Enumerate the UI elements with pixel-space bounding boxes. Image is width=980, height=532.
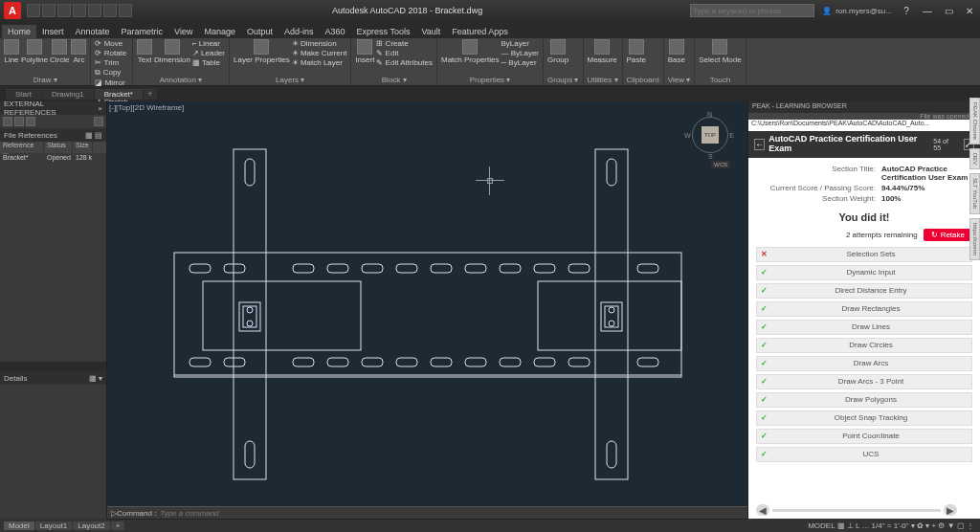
layout2-tab[interactable]: Layout2 [73, 521, 109, 530]
result-item[interactable]: ✓Point Coordinate [756, 429, 972, 444]
ribbon-small-button[interactable]: ✂ Trim [95, 58, 128, 67]
result-item[interactable]: ✕Selection Sets [756, 247, 972, 262]
side-tab[interactable]: https://comm [969, 218, 980, 260]
result-item[interactable]: ✓Draw Polygons [756, 392, 972, 408]
expand-icon[interactable]: ▦ ▾ [89, 374, 102, 383]
scrubber[interactable]: ◀ ▶ [756, 503, 957, 517]
lb-path[interactable]: C:\Users\Ron\Documents\PEAK\AutoCAD\Auto… [748, 120, 980, 131]
ribbon-small-button[interactable]: ☀ Match Layer [292, 58, 347, 67]
ribbon-small-button[interactable]: ⌐ Linear [192, 39, 225, 48]
ribbon-tab-output[interactable]: Output [241, 25, 278, 38]
view-icons[interactable]: ▦ ▤ [85, 131, 102, 140]
command-line[interactable]: ▷ Command : Type a command [107, 506, 747, 520]
result-item[interactable]: ✓Direct Distance Entry [756, 283, 972, 299]
ribbon-button[interactable]: Text [137, 39, 152, 64]
side-tab[interactable]: PEAK Chrome [969, 98, 980, 144]
doc-tab-bracket[interactable]: Bracket* [95, 89, 143, 100]
close-button[interactable]: ✕ [963, 5, 976, 16]
ribbon-small-button[interactable]: ⟳ Move [95, 39, 128, 48]
result-item[interactable]: ✓Draw Rectangles [756, 301, 972, 317]
ribbon-small-button[interactable]: ⟳ Rotate [95, 49, 128, 57]
ribbon-panel-title[interactable]: Layers ▾ [234, 75, 346, 84]
ribbon-button[interactable]: Group [547, 39, 568, 64]
ribbon-button[interactable]: Paste [627, 39, 646, 64]
ribbon-button[interactable]: Dimension [154, 39, 190, 64]
ribbon-panel-title[interactable]: Clipboard [627, 75, 659, 84]
qat-icon[interactable] [27, 4, 40, 17]
retake-button[interactable]: ↻Retake [924, 229, 972, 241]
ribbon-tab-view[interactable]: View [168, 25, 198, 38]
tool-icon[interactable] [3, 117, 12, 126]
ribbon-panel-title[interactable]: View ▾ [668, 75, 690, 84]
ribbon-tab-a360[interactable]: A360 [320, 25, 351, 38]
ribbon-small-button[interactable]: ▦ Table [192, 58, 225, 67]
ribbon-panel-title[interactable]: Touch [699, 75, 741, 84]
status-right[interactable]: MODEL ▦ ⊥ L … 1/4" = 1'-0" ▾ ✿ ▾ + ⚙ ▼ ▢… [808, 521, 980, 530]
ribbon-button[interactable]: Base [668, 39, 685, 64]
result-item[interactable]: ✓Draw Arcs - 3 Point [756, 374, 972, 389]
qat-icon[interactable] [119, 4, 132, 17]
ribbon-small-button[interactable]: ☀ Make Current [292, 49, 347, 57]
col-reference[interactable]: Reference ... [0, 142, 44, 153]
ribbon-panel-title[interactable]: Groups ▾ [547, 75, 578, 84]
layout1-tab[interactable]: Layout1 [35, 521, 72, 530]
tool-icon[interactable] [26, 117, 35, 126]
ribbon-tab-annotate[interactable]: Annotate [70, 25, 116, 38]
ribbon-small-button[interactable]: ─ ByLayer [501, 58, 539, 67]
col-size[interactable]: Size [73, 142, 93, 153]
ribbon-button[interactable]: Match Properties [441, 39, 499, 64]
ribbon-button[interactable]: Layer Properties [234, 39, 290, 64]
ribbon-button[interactable]: Circle [50, 39, 69, 64]
tool-icon[interactable] [14, 117, 24, 126]
ribbon-button[interactable]: Line [4, 39, 19, 64]
ribbon-button[interactable]: Insert [355, 39, 374, 64]
ribbon-small-button[interactable]: ☀ Dimension [292, 39, 347, 48]
ribbon-tab-vault[interactable]: Vault [415, 25, 446, 38]
side-tab[interactable]: SLT YouTub [969, 173, 980, 213]
ribbon-small-button[interactable]: ⧉ Copy [95, 68, 128, 78]
app-logo[interactable]: A [4, 2, 21, 19]
result-item[interactable]: ✓Draw Arcs [756, 356, 972, 371]
new-tab-button[interactable]: + [144, 88, 157, 100]
user-menu[interactable]: 👤 ron.myers@su... [822, 7, 892, 15]
ribbon-tab-parametric[interactable]: Parametric [116, 25, 169, 38]
ribbon-tab-express[interactable]: Express Tools [351, 25, 416, 38]
ribbon-small-button[interactable]: ByLayer [501, 39, 539, 48]
qat-icon[interactable] [42, 4, 56, 17]
back-button[interactable]: ← [754, 139, 765, 150]
ribbon-small-button[interactable]: ↗ Leader [192, 49, 225, 57]
doc-tab-drawing1[interactable]: Drawing1 [42, 89, 94, 100]
result-item[interactable]: ✓UCS [756, 447, 972, 462]
ribbon-small-button[interactable]: ◪ Mirror [95, 78, 128, 87]
ribbon-panel-title[interactable]: Utilities ▾ [588, 75, 618, 84]
ribbon-button[interactable]: Measure [588, 39, 617, 64]
qat-icon[interactable] [103, 4, 117, 17]
model-tab[interactable]: Model [4, 521, 34, 530]
ribbon-tab-featured[interactable]: Featured Apps [446, 25, 514, 38]
ref-row[interactable]: Bracket* Opened 128 k [0, 153, 106, 162]
result-item[interactable]: ✓Object Snap Tracking [756, 410, 972, 426]
ribbon-button[interactable]: Polyline [21, 39, 48, 64]
ribbon-small-button[interactable]: ✎ Edit Attributes [376, 58, 433, 67]
details-header[interactable]: Details ▦ ▾ [0, 371, 106, 385]
close-icon[interactable]: × [98, 104, 102, 113]
col-status[interactable]: Status [44, 142, 73, 153]
drawing-canvas[interactable]: [-][Top][2D Wireframe] TOP N S E W WCS [107, 101, 747, 519]
ribbon-panel-title[interactable]: Draw ▾ [4, 75, 86, 84]
search-input[interactable] [690, 4, 814, 17]
ribbon-panel-title[interactable]: Annotation ▾ [137, 75, 225, 84]
maximize-button[interactable]: ▭ [942, 5, 955, 16]
ribbon-tab-addins[interactable]: Add-ins [278, 25, 320, 38]
help-button[interactable]: ? [900, 5, 913, 16]
ribbon-small-button[interactable]: — ByLayer [501, 49, 539, 57]
qat-icon[interactable] [73, 4, 86, 17]
ribbon-tab-home[interactable]: Home [2, 25, 36, 38]
prev-button[interactable]: ◀ [756, 504, 769, 516]
next-button[interactable]: ▶ [944, 504, 957, 516]
ribbon-small-button[interactable]: ⊞ Create [376, 39, 433, 48]
ribbon-panel-title[interactable]: Properties ▾ [441, 75, 539, 84]
ribbon-tab-manage[interactable]: Manage [198, 25, 241, 38]
result-item[interactable]: ✓Dynamic Input [756, 265, 972, 280]
ribbon-small-button[interactable]: ✎ Edit [376, 49, 433, 57]
side-tab[interactable]: DEV [969, 148, 980, 169]
